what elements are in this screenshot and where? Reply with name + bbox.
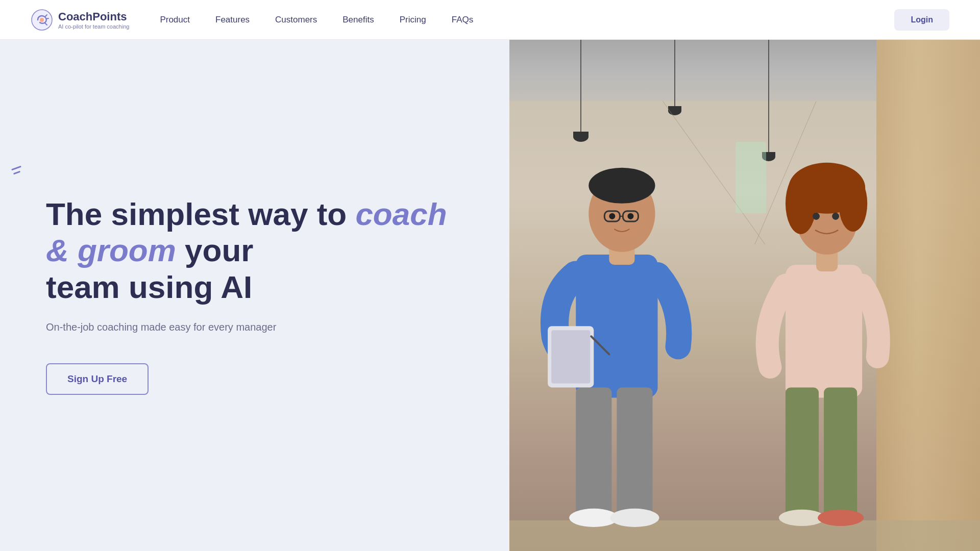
logo-link[interactable]: CoachPoints AI co-pilot for team coachin… <box>31 9 129 31</box>
logo-icon <box>31 9 53 31</box>
brand-name: CoachPoints <box>58 10 129 23</box>
svg-rect-15 <box>617 387 653 520</box>
svg-rect-31 <box>786 387 819 520</box>
svg-point-17 <box>610 509 659 527</box>
svg-point-8 <box>589 168 655 204</box>
login-button[interactable]: Login <box>894 9 949 31</box>
svg-rect-21 <box>786 265 862 397</box>
brand-tagline: AI co-pilot for team coaching <box>58 23 129 30</box>
people-illustration <box>509 40 980 551</box>
nav-item-faqs[interactable]: FAQs <box>452 15 474 25</box>
svg-rect-14 <box>576 387 612 520</box>
svg-point-12 <box>609 213 616 219</box>
hero-heading: The simplest way to coach & groom yourte… <box>46 196 469 305</box>
svg-point-30 <box>832 213 839 220</box>
background-door <box>736 142 766 213</box>
svg-rect-32 <box>824 387 857 520</box>
svg-point-34 <box>818 510 864 526</box>
hero-heading-prefix: The simplest way to <box>46 196 355 232</box>
svg-point-28 <box>819 166 854 195</box>
hero-subheading: On-the-job coaching made easy for every … <box>46 319 469 335</box>
svg-point-1 <box>40 18 44 22</box>
hero-section: The simplest way to coach & groom yourte… <box>0 40 980 551</box>
navbar: CoachPoints AI co-pilot for team coachin… <box>0 0 980 40</box>
nav-item-features[interactable]: Features <box>215 15 250 25</box>
nav-item-customers[interactable]: Customers <box>275 15 317 25</box>
signup-button[interactable]: Sign Up Free <box>46 363 149 395</box>
nav-item-product[interactable]: Product <box>160 15 190 25</box>
nav-item-pricing[interactable]: Pricing <box>400 15 426 25</box>
nav-item-benefits[interactable]: Benefits <box>342 15 374 25</box>
svg-point-13 <box>628 213 634 219</box>
deco-line-1 <box>11 166 21 171</box>
hero-content: The simplest way to coach & groom yourte… <box>0 40 509 551</box>
decorative-lines <box>11 167 21 173</box>
nav-links: Product Features Customers Benefits Pric… <box>160 15 894 25</box>
hero-image <box>509 40 980 551</box>
svg-rect-19 <box>552 330 591 383</box>
svg-point-29 <box>813 213 820 220</box>
deco-line-2 <box>13 171 20 175</box>
